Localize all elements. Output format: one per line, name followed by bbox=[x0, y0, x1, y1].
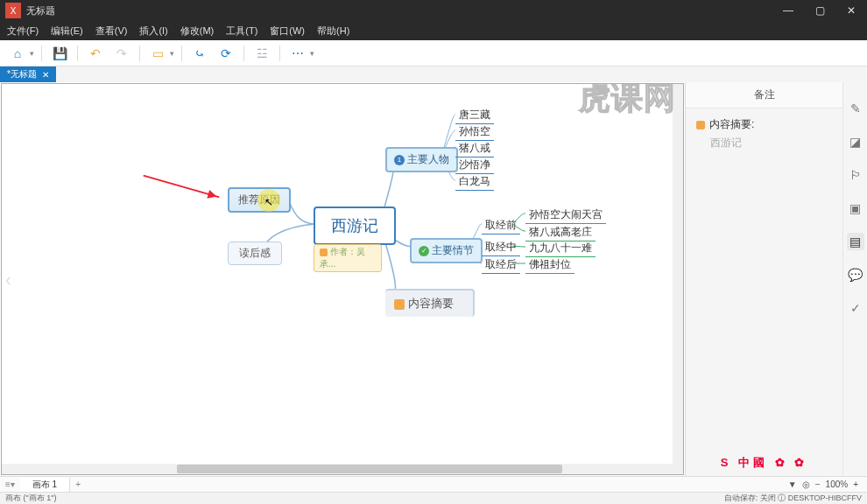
brand-footer: S 中國 ✿ ✿ bbox=[686, 455, 842, 476]
image-icon[interactable]: 🏳 bbox=[847, 166, 864, 184]
node-summary[interactable]: 内容摘要 bbox=[385, 289, 475, 317]
menu-view[interactable]: 查看(V) bbox=[95, 24, 128, 38]
refresh-icon[interactable]: ⟳ bbox=[215, 43, 236, 64]
note-icon bbox=[696, 121, 705, 130]
menu-edit[interactable]: 编辑(E) bbox=[51, 24, 83, 38]
target-icon[interactable]: ◎ bbox=[802, 480, 810, 489]
leaf-plot-event[interactable]: 孙悟空大闹天宫 bbox=[525, 206, 606, 224]
sheet-menu-icon[interactable]: ≡▾ bbox=[0, 480, 20, 489]
central-topic[interactable]: 西游记 bbox=[314, 206, 396, 245]
cursor-icon: ↖ bbox=[264, 196, 273, 208]
menu-file[interactable]: 文件(F) bbox=[7, 24, 39, 38]
zoom-out-button[interactable]: − bbox=[815, 480, 821, 489]
prev-arrow-icon[interactable]: ‹ bbox=[5, 270, 11, 290]
leaf-character[interactable]: 孙悟空 bbox=[455, 123, 494, 141]
zoom-controls: ▼ ◎ − 100% + bbox=[788, 480, 867, 489]
close-tab-icon[interactable]: ✕ bbox=[42, 70, 49, 80]
leaf-plot-event[interactable]: 猪八戒高老庄 bbox=[525, 224, 596, 242]
menu-bar: 文件(F) 编辑(E) 查看(V) 插入(I) 修改(M) 工具(T) 窗口(W… bbox=[0, 21, 867, 40]
leaf-character[interactable]: 唐三藏 bbox=[455, 107, 494, 124]
share-icon[interactable]: ⤿ bbox=[189, 43, 210, 64]
leaf-character[interactable]: 白龙马 bbox=[455, 173, 494, 191]
annotation-arrow bbox=[143, 175, 219, 199]
notes-body[interactable]: 内容摘要: 西游记 bbox=[686, 108, 842, 455]
notes-heading: 内容摘要: bbox=[696, 117, 832, 132]
marker-icon: ✓ bbox=[419, 246, 429, 256]
open-icon[interactable]: ▭ bbox=[147, 43, 168, 64]
menu-window[interactable]: 窗口(W) bbox=[270, 24, 305, 38]
document-tab-label: *无标题 bbox=[7, 68, 37, 80]
leaf-plot-event[interactable]: 九九八十一难 bbox=[525, 240, 596, 257]
app-icon: X bbox=[5, 3, 21, 18]
node-characters[interactable]: 1主要人物 bbox=[385, 147, 458, 172]
node-review[interactable]: 读后感 bbox=[228, 242, 282, 265]
maximize-button[interactable]: ▢ bbox=[804, 0, 835, 21]
horizontal-scrollbar[interactable] bbox=[2, 464, 683, 474]
watermark: 虎课网 bbox=[579, 83, 676, 120]
notes-panel-title: 备注 bbox=[686, 82, 842, 108]
connector-lines bbox=[2, 84, 683, 474]
menu-modify[interactable]: 修改(M) bbox=[180, 24, 215, 38]
zoom-in-button[interactable]: + bbox=[853, 480, 858, 489]
theme-icon[interactable]: ◪ bbox=[847, 133, 864, 150]
leaf-character[interactable]: 猪八戒 bbox=[455, 140, 494, 158]
document-tab[interactable]: *无标题 ✕ bbox=[0, 66, 56, 82]
close-button[interactable]: ✕ bbox=[835, 0, 867, 21]
central-footer[interactable]: 作者：吴承... bbox=[314, 244, 382, 272]
leaf-plot-stage[interactable]: 取经中 bbox=[482, 239, 520, 256]
leaf-plot-stage[interactable]: 取经前 bbox=[482, 217, 520, 234]
more-icon[interactable]: ⋯ bbox=[287, 43, 308, 64]
filter-icon[interactable]: ▼ bbox=[788, 480, 797, 489]
tool-rail: ✎ ◪ 🏳 ▣ ▤ 💬 ✓ bbox=[842, 82, 867, 476]
comments-icon[interactable]: 💬 bbox=[847, 266, 864, 284]
note-icon bbox=[394, 299, 405, 310]
leaf-plot-stage[interactable]: 取经后 bbox=[482, 256, 520, 274]
status-right: 自动保存: 关闭 ⓘ DESKTOP-HIBCFFV bbox=[724, 493, 862, 504]
format-icon[interactable]: ✎ bbox=[847, 100, 864, 117]
menu-help[interactable]: 帮助(H) bbox=[317, 24, 349, 38]
zoom-value[interactable]: 100% bbox=[826, 480, 849, 489]
sheet-tab-row: ≡▾ 画布 1 + ▼ ◎ − 100% + bbox=[0, 476, 867, 492]
node-plot[interactable]: ✓主要情节 bbox=[410, 238, 483, 263]
menu-tools[interactable]: 工具(T) bbox=[226, 24, 257, 38]
undo-icon[interactable]: ↶ bbox=[85, 43, 106, 64]
window-titlebar: X 无标题 ― ▢ ✕ bbox=[0, 0, 867, 21]
notes-panel: 备注 内容摘要: 西游记 S 中國 ✿ ✿ bbox=[685, 82, 842, 476]
redo-icon[interactable]: ↷ bbox=[111, 43, 132, 64]
mindmap-canvas[interactable]: 虎课网 ‹ 推荐原因 ↖ 读后感 bbox=[1, 83, 684, 475]
window-title: 无标题 bbox=[26, 4, 772, 18]
status-left: 画布 ("画布 1") bbox=[5, 493, 56, 504]
sheet-tab[interactable]: 画布 1 bbox=[20, 478, 70, 492]
menu-insert[interactable]: 插入(I) bbox=[139, 24, 167, 38]
notes-content: 西游记 bbox=[696, 136, 832, 150]
toolbar: ⌂▾ 💾 ↶ ↷ ▭▾ ⤿ ⟳ ☳ ⋯▾ bbox=[0, 40, 867, 66]
document-tab-row: *无标题 ✕ bbox=[0, 66, 867, 82]
save-icon[interactable]: 💾 bbox=[49, 43, 70, 64]
minimize-button[interactable]: ― bbox=[772, 0, 804, 21]
vertical-scrollbar[interactable] bbox=[673, 84, 683, 464]
notes-icon[interactable]: ▤ bbox=[847, 233, 864, 250]
home-icon[interactable]: ⌂ bbox=[7, 43, 28, 64]
add-sheet-icon[interactable]: + bbox=[70, 480, 86, 489]
task-icon[interactable]: ✓ bbox=[847, 299, 864, 317]
status-bar: 画布 ("画布 1") 自动保存: 关闭 ⓘ DESKTOP-HIBCFFV bbox=[0, 492, 867, 504]
marker-icon: 1 bbox=[394, 155, 405, 165]
icon-panel-icon[interactable]: ▣ bbox=[847, 200, 864, 217]
workspace: 虎课网 ‹ 推荐原因 ↖ 读后感 bbox=[0, 82, 867, 476]
export-icon[interactable]: ☳ bbox=[251, 43, 272, 64]
note-icon bbox=[320, 248, 328, 256]
leaf-plot-event[interactable]: 佛祖封位 bbox=[525, 256, 574, 274]
leaf-character[interactable]: 沙悟净 bbox=[455, 157, 494, 174]
